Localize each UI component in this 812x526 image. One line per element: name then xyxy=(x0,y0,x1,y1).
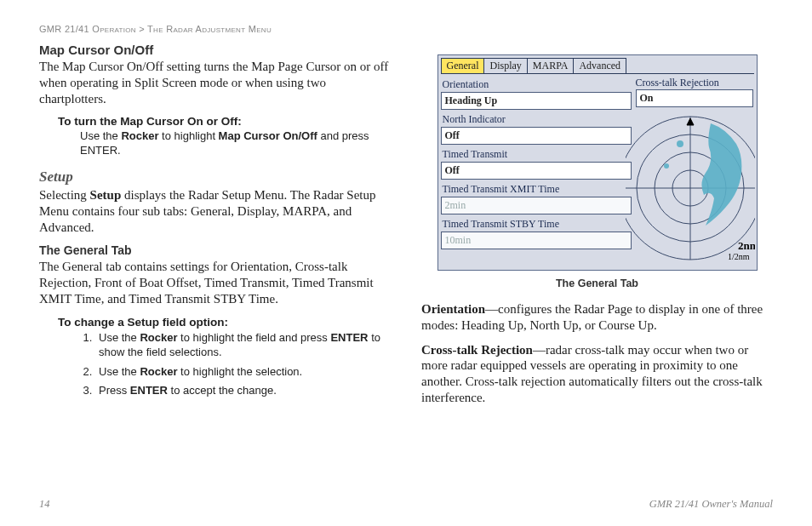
label-xmit-time: Timed Transmit XMIT Time xyxy=(441,181,632,197)
heading-map-cursor: Map Cursor On/Off xyxy=(39,43,391,57)
right-column: General Display MARPA Advanced Orientati… xyxy=(421,43,773,415)
field-orientation[interactable]: Heading Up xyxy=(441,92,632,110)
left-column: Map Cursor On/Off The Map Cursor On/Off … xyxy=(39,43,391,415)
svg-text:2nm: 2nm xyxy=(738,239,755,252)
label-timed-transmit: Timed Transmit xyxy=(441,146,632,162)
paragraph-setup: Selecting Setup displays the Radar Setup… xyxy=(39,187,391,235)
svg-point-7 xyxy=(664,163,669,169)
paragraph-orientation: Orientation—configures the Radar Page to… xyxy=(421,301,773,334)
paragraph-map-cursor: The Map Cursor On/Off setting turns the … xyxy=(39,59,391,106)
paragraph-cross-talk: Cross-talk Rejection—radar cross-talk ma… xyxy=(421,342,773,406)
breadcrumb: GMR 21/41 Operation > The Radar Adjustme… xyxy=(39,24,773,34)
step-3: Press ENTER to accept the change. xyxy=(95,383,391,398)
tab-display[interactable]: Display xyxy=(483,58,527,73)
field-stby-time[interactable]: 10min xyxy=(441,232,632,249)
tab-bar: General Display MARPA Advanced xyxy=(438,55,757,73)
tab-general[interactable]: General xyxy=(441,58,485,73)
radar-scope-icon: 2nm 1/2nm xyxy=(626,106,755,265)
steps-list: Use the Rocker to highlight the field an… xyxy=(95,330,391,398)
heading-general-tab: The General Tab xyxy=(39,243,391,257)
field-xmit-time[interactable]: 2min xyxy=(441,197,632,214)
instruction-title-map-cursor: To turn the Map Cursor On or Off: xyxy=(58,115,391,128)
screenshot-general-tab: General Display MARPA Advanced Orientati… xyxy=(437,54,758,271)
field-timed-transmit[interactable]: Off xyxy=(441,162,632,180)
svg-text:1/2nm: 1/2nm xyxy=(728,252,750,261)
label-orientation: Orientation xyxy=(441,77,632,92)
label-north-indicator: North Indicator xyxy=(441,111,632,127)
label-cross-talk: Cross-talk Rejection xyxy=(636,77,719,89)
page-number: 14 xyxy=(39,498,50,511)
field-north-indicator[interactable]: Off xyxy=(441,127,632,145)
svg-marker-8 xyxy=(687,118,694,125)
svg-point-6 xyxy=(677,140,683,147)
step-2: Use the Rocker to highlight the selectio… xyxy=(95,364,391,380)
step-1: Use the Rocker to highlight the field an… xyxy=(95,330,391,360)
screenshot-caption: The General Tab xyxy=(556,277,638,289)
instruction-body-map-cursor: Use the Rocker to highlight Map Cursor O… xyxy=(80,129,391,158)
paragraph-general-tab: The General tab contains settings for Or… xyxy=(39,259,391,306)
tab-advanced[interactable]: Advanced xyxy=(573,58,626,73)
page-footer: 14 GMR 21/41 Owner's Manual xyxy=(39,498,773,511)
manual-title: GMR 21/41 Owner's Manual xyxy=(649,498,773,511)
instruction-title-change-field: To change a Setup field option: xyxy=(58,316,391,329)
tab-marpa[interactable]: MARPA xyxy=(527,58,575,73)
label-stby-time: Timed Transmit STBY Time xyxy=(441,216,632,232)
heading-setup: Setup xyxy=(39,169,391,186)
field-cross-talk[interactable]: On xyxy=(636,89,753,107)
